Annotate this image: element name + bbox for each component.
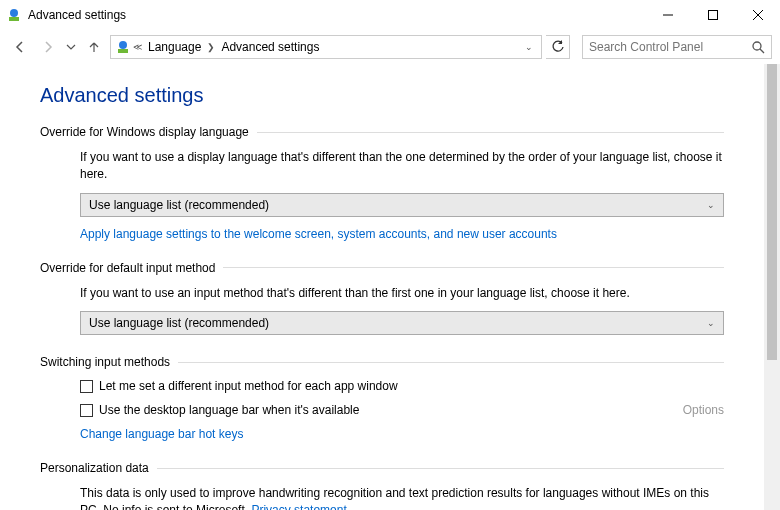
window-controls: [645, 0, 780, 30]
page-title: Advanced settings: [40, 84, 724, 107]
chevron-right-icon: ❯: [205, 42, 217, 52]
search-icon[interactable]: [751, 40, 765, 54]
dropdown-value: Use language list (recommended): [89, 198, 269, 212]
svg-point-8: [753, 42, 761, 50]
options-link[interactable]: Options: [683, 403, 724, 417]
window-title: Advanced settings: [28, 8, 645, 22]
input-method-dropdown[interactable]: Use language list (recommended) ⌄: [80, 311, 724, 335]
up-button[interactable]: [82, 35, 106, 59]
chevron-down-icon: ⌄: [707, 318, 715, 328]
refresh-button[interactable]: [546, 35, 570, 59]
svg-line-9: [760, 49, 764, 53]
content-area: Advanced settings Override for Windows d…: [0, 64, 764, 510]
address-icon: [115, 39, 131, 55]
chevron-down-icon: ⌄: [707, 200, 715, 210]
section-rule: [157, 468, 724, 469]
svg-rect-7: [118, 49, 128, 53]
breadcrumb-language[interactable]: Language: [144, 40, 205, 54]
desktop-language-bar-label: Use the desktop language bar when it's a…: [99, 403, 359, 417]
section-header-switching: Switching input methods: [40, 355, 724, 369]
close-button[interactable]: [735, 0, 780, 30]
search-box[interactable]: [582, 35, 772, 59]
breadcrumb-advanced-settings[interactable]: Advanced settings: [217, 40, 323, 54]
per-app-input-checkbox[interactable]: [80, 380, 93, 393]
section-label: Switching input methods: [40, 355, 178, 369]
section-label: Override for Windows display language: [40, 125, 257, 139]
back-button[interactable]: [8, 35, 32, 59]
section-header-input-method: Override for default input method: [40, 261, 724, 275]
titlebar: Advanced settings: [0, 0, 780, 30]
privacy-statement-link[interactable]: Privacy statement: [251, 503, 346, 510]
svg-rect-1: [9, 17, 19, 21]
control-panel-icon: [6, 7, 22, 23]
input-method-description: If you want to use an input method that'…: [80, 285, 724, 302]
apply-language-settings-link[interactable]: Apply language settings to the welcome s…: [80, 227, 557, 241]
svg-point-0: [10, 9, 18, 17]
search-input[interactable]: [589, 40, 751, 54]
section-header-display-language: Override for Windows display language: [40, 125, 724, 139]
svg-point-6: [119, 41, 127, 49]
section-label: Personalization data: [40, 461, 157, 475]
dropdown-value: Use language list (recommended): [89, 316, 269, 330]
svg-rect-3: [708, 11, 717, 20]
maximize-button[interactable]: [690, 0, 735, 30]
minimize-button[interactable]: [645, 0, 690, 30]
section-rule: [178, 362, 724, 363]
personalization-description: This data is only used to improve handwr…: [80, 485, 724, 510]
display-language-description: If you want to use a display language th…: [80, 149, 724, 183]
nav-row: ≪ Language ❯ Advanced settings ⌄: [0, 30, 780, 64]
forward-button[interactable]: [36, 35, 60, 59]
per-app-input-label: Let me set a different input method for …: [99, 379, 398, 393]
change-hotkeys-link[interactable]: Change language bar hot keys: [80, 427, 243, 441]
address-dropdown-icon[interactable]: ⌄: [521, 42, 537, 52]
breadcrumb-sep-icon: ≪: [131, 42, 144, 52]
section-label: Override for default input method: [40, 261, 223, 275]
address-bar[interactable]: ≪ Language ❯ Advanced settings ⌄: [110, 35, 542, 59]
desktop-language-bar-checkbox[interactable]: [80, 404, 93, 417]
display-language-dropdown[interactable]: Use language list (recommended) ⌄: [80, 193, 724, 217]
section-rule: [223, 267, 724, 268]
personalization-text: This data is only used to improve handwr…: [80, 486, 709, 510]
vertical-scrollbar[interactable]: [764, 64, 780, 510]
section-header-personalization: Personalization data: [40, 461, 724, 475]
section-rule: [257, 132, 724, 133]
recent-locations-button[interactable]: [64, 35, 78, 59]
